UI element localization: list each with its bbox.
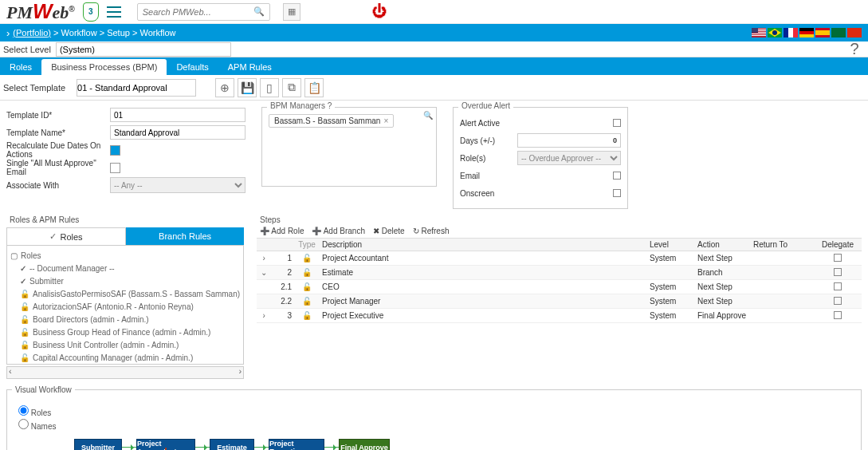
mobile-button[interactable]: ▯: [260, 78, 279, 97]
delegate-checkbox[interactable]: [834, 282, 842, 290]
node-project-executive[interactable]: Project Executive: [269, 439, 324, 450]
col-description[interactable]: Description: [319, 239, 646, 251]
tab-roles[interactable]: Roles: [0, 59, 41, 75]
radio-roles[interactable]: Roles: [18, 405, 850, 419]
tab-bpm[interactable]: Business Processes (BPM): [41, 59, 167, 75]
delegate-checkbox[interactable]: [834, 254, 842, 262]
template-id-input[interactable]: [110, 108, 245, 122]
delete-button[interactable]: ✖ Delete: [373, 227, 405, 235]
step-row[interactable]: 2.2 🔓 Project Manager System Next Step: [257, 294, 862, 309]
flag-br[interactable]: [768, 28, 782, 38]
bpm-help-icon[interactable]: ?: [328, 101, 332, 110]
svg-rect-13: [799, 28, 814, 31]
delegate-checkbox[interactable]: [834, 268, 842, 276]
recalc-checkbox[interactable]: [110, 145, 120, 156]
subtab-branch-rules[interactable]: Branch Rules: [126, 227, 244, 245]
tree-item[interactable]: 🔓Business Unit Controller (admin - Admin…: [10, 338, 240, 351]
tree-item[interactable]: 🔓Capital Accounting Manager (admin - Adm…: [10, 351, 240, 364]
tree-item[interactable]: 🔓AutorizacionSAF (Antonio.R - Antonio Re…: [10, 300, 240, 313]
onscreen-label: Onscreen: [460, 189, 508, 198]
svg-rect-10: [784, 28, 788, 38]
expand-icon[interactable]: ›: [257, 252, 271, 264]
chip-remove-icon[interactable]: ×: [383, 116, 388, 125]
tree-item[interactable]: 🔓CEO (admin - Admin.): [10, 364, 240, 365]
tree-item[interactable]: ✓Submitter: [10, 274, 240, 287]
overdue-email-checkbox[interactable]: [613, 172, 621, 180]
node-final-approve[interactable]: Final Approve: [339, 439, 390, 450]
svg-rect-6: [752, 28, 758, 33]
tree-item[interactable]: ✓-- Document Manager --: [10, 262, 240, 274]
col-delegate[interactable]: Delegate: [814, 239, 862, 251]
add-button[interactable]: ⊕: [215, 78, 234, 97]
alert-active-label: Alert Active: [460, 119, 508, 128]
flag-es[interactable]: [815, 28, 830, 38]
flag-fr[interactable]: [784, 28, 798, 38]
flag-sa[interactable]: [831, 28, 846, 38]
days-input[interactable]: 0: [517, 133, 621, 148]
expand-icon[interactable]: ⌄: [257, 266, 271, 278]
tree-item[interactable]: 🔓Business Group Head of Finance (admin -…: [10, 326, 240, 338]
horizontal-scrollbar[interactable]: [6, 366, 244, 379]
node-project-accountant[interactable]: Project Accountant: [136, 439, 195, 450]
save-button[interactable]: 💾: [238, 78, 257, 97]
lock-icon: 🔓: [295, 281, 319, 293]
col-level[interactable]: Level: [646, 239, 694, 251]
menu-icon[interactable]: [107, 6, 121, 18]
subtab-roles[interactable]: ✓Roles: [6, 227, 126, 245]
radio-names[interactable]: Names: [18, 419, 850, 432]
delegate-checkbox[interactable]: [834, 311, 842, 319]
step-row[interactable]: 2.1 🔓 CEO System Next Step: [257, 280, 862, 294]
template-name-input[interactable]: [110, 125, 245, 140]
node-estimate[interactable]: Estimate: [210, 439, 254, 450]
col-action[interactable]: Action: [694, 239, 750, 251]
tab-apm[interactable]: APM Rules: [218, 59, 281, 75]
overdue-roles-dropdown[interactable]: -- Overdue Approver --: [517, 151, 621, 165]
tree-item[interactable]: 🔓Board Directors (admin - Admin.): [10, 313, 240, 326]
onscreen-checkbox[interactable]: [613, 189, 621, 197]
calendar-icon[interactable]: ▦: [283, 3, 300, 21]
breadcrumb-setup[interactable]: Setup: [107, 28, 130, 38]
breadcrumb-portfolio[interactable]: (Portfolio): [13, 28, 51, 38]
col-return[interactable]: Return To: [750, 239, 814, 251]
lock-icon: 🔓: [20, 315, 29, 324]
breadcrumb-workflow[interactable]: Workflow: [61, 28, 97, 38]
alert-active-checkbox[interactable]: [613, 119, 621, 127]
select-template-dropdown[interactable]: [77, 79, 196, 97]
svg-rect-11: [788, 28, 793, 38]
search-icon[interactable]: 🔍: [253, 6, 265, 17]
expand-icon[interactable]: [257, 300, 271, 303]
add-role-button[interactable]: ➕ Add Role: [260, 227, 304, 235]
shield-badge[interactable]: 3: [83, 2, 99, 22]
step-row[interactable]: ⌄ 2 🔓 Estimate Branch: [257, 266, 862, 280]
associate-with-dropdown[interactable]: -- Any --: [110, 177, 245, 193]
collapse-icon[interactable]: ▢: [10, 251, 18, 260]
step-row[interactable]: › 3 🔓 Project Executive System Final App…: [257, 309, 862, 323]
roles-tree[interactable]: ▢ Roles ✓-- Document Manager -- ✓Submitt…: [6, 245, 244, 365]
copy-button[interactable]: ⧉: [282, 78, 301, 97]
tree-item[interactable]: 🔓AnalisisGastoPermisoSAF (Bassam.S - Bas…: [10, 287, 240, 300]
search-input[interactable]: [143, 7, 253, 17]
step-row[interactable]: › 1 🔓 Project Accountant System Next Ste…: [257, 251, 862, 266]
clipboard-button[interactable]: 📋: [304, 78, 324, 97]
breadcrumb-chevron-icon[interactable]: ›: [6, 27, 10, 39]
flag-us[interactable]: [752, 28, 766, 38]
refresh-button[interactable]: ↻ Refresh: [413, 227, 450, 235]
single-email-checkbox[interactable]: [110, 163, 120, 173]
tab-defaults[interactable]: Defaults: [167, 59, 218, 75]
recalc-label: Recalculate Due Dates On Actions: [6, 141, 110, 159]
node-submitter[interactable]: Submitter: [74, 439, 122, 450]
search-input-wrap[interactable]: 🔍: [137, 3, 270, 21]
help-icon[interactable]: ?: [844, 39, 865, 60]
language-flags[interactable]: [752, 28, 862, 38]
add-branch-button[interactable]: ➕ Add Branch: [312, 227, 365, 235]
expand-icon[interactable]: [257, 286, 271, 289]
power-icon[interactable]: ⏻: [372, 3, 390, 21]
col-type[interactable]: Type: [295, 239, 319, 251]
expand-icon[interactable]: ›: [257, 310, 271, 322]
select-level-dropdown[interactable]: [56, 42, 231, 57]
flag-cn[interactable]: [847, 28, 862, 38]
flag-de[interactable]: [799, 28, 814, 38]
svg-rect-4: [752, 34, 766, 34]
bpm-search-icon[interactable]: 🔍: [423, 111, 433, 120]
delegate-checkbox[interactable]: [834, 297, 842, 305]
